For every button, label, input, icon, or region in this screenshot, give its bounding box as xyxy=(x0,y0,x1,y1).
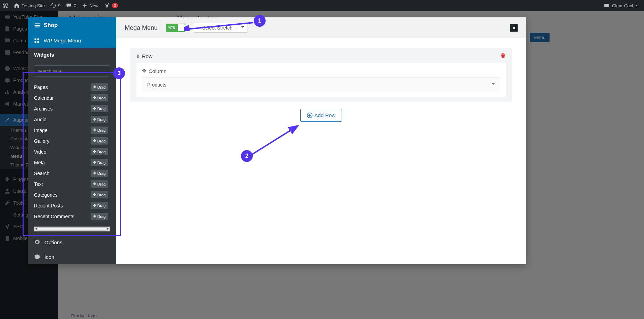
drag-button[interactable]: ✥Drag xyxy=(91,191,108,198)
mega-menu-modal: Shop WP Mega Menu Widgets Pages✥Drag Cal… xyxy=(28,17,526,264)
close-button[interactable]: ✕ xyxy=(510,24,518,32)
shop-header: Shop xyxy=(28,17,116,33)
svg-rect-8 xyxy=(35,41,36,43)
widget-item-calendar: Calendar✥Drag xyxy=(34,92,108,103)
home-icon xyxy=(14,3,19,8)
drag-button[interactable]: ✥Drag xyxy=(91,116,108,123)
drag-button[interactable]: ✥Drag xyxy=(91,148,108,155)
svg-rect-9 xyxy=(37,41,39,43)
tab-wp-mega-menu[interactable]: WP Mega Menu xyxy=(28,33,116,48)
product-widget-row[interactable]: Products xyxy=(142,77,500,92)
yoast-badge: 3 xyxy=(112,3,118,8)
widget-item-video: Video✥Drag xyxy=(34,146,108,157)
column-panel: ✥ Column Products xyxy=(136,63,506,97)
yoast-icon xyxy=(104,3,110,8)
svg-rect-7 xyxy=(37,38,39,40)
svg-rect-0 xyxy=(604,4,609,7)
row-panel: ⇅ Row ✥ Column Products xyxy=(130,48,512,102)
comments-count: 0 xyxy=(74,3,76,8)
stretch-select[interactable]: -- Select Stretch -- xyxy=(194,23,248,33)
widget-item-search: Search✥Drag xyxy=(34,168,108,179)
new-label: New xyxy=(90,3,99,8)
gear-icon xyxy=(34,239,40,245)
drag-button[interactable]: ✥Drag xyxy=(91,159,108,166)
widget-item-meta: Meta✥Drag xyxy=(34,157,108,168)
widget-item-pages: Pages✥Drag xyxy=(34,82,108,92)
annotation-1: 1 xyxy=(254,15,266,27)
drag-button[interactable]: ✥Drag xyxy=(91,180,108,188)
updates-count: 9 xyxy=(58,3,60,8)
plus-icon xyxy=(82,3,87,8)
widgets-heading: Widgets xyxy=(28,48,116,62)
menu-icon xyxy=(34,22,40,28)
widget-item-image: Image✥Drag xyxy=(34,125,108,136)
wp-logo[interactable] xyxy=(0,0,11,11)
widget-item-recent-comments: Recent Comments✥Drag xyxy=(34,211,108,222)
add-row-button[interactable]: Add Row xyxy=(300,109,342,122)
widget-item-archives: Archives✥Drag xyxy=(34,103,108,114)
widget-list[interactable]: Pages✥Drag Calendar✥Drag Archives✥Drag A… xyxy=(34,82,110,225)
drag-button[interactable]: ✥Drag xyxy=(91,94,108,101)
comment-icon xyxy=(66,3,72,8)
widget-item-categories: Categories✥Drag xyxy=(34,189,108,200)
widget-search-input[interactable] xyxy=(34,65,110,77)
caret-down-icon xyxy=(492,83,495,87)
drag-button[interactable]: ✥Drag xyxy=(91,126,108,134)
comments-link[interactable]: 0 xyxy=(63,0,79,11)
site-name-link[interactable]: Testing Site xyxy=(11,0,48,11)
widget-item-audio: Audio✥Drag xyxy=(34,114,108,125)
modal-header: Mega Menu YES -- Select Stretch -- ✕ xyxy=(116,17,526,38)
delete-row-button[interactable] xyxy=(500,53,506,59)
drag-button[interactable]: ✥Drag xyxy=(91,83,108,91)
trash-icon xyxy=(500,53,506,58)
annotation-3: 3 xyxy=(113,67,125,79)
move-icon: ✥ xyxy=(142,68,147,74)
widget-item-gallery: Gallery✥Drag xyxy=(34,136,108,146)
cache-icon xyxy=(604,3,609,8)
row-handle[interactable]: ⇅ Row xyxy=(136,53,152,59)
drag-button[interactable]: ✥Drag xyxy=(91,202,108,209)
toggle-knob xyxy=(178,24,185,31)
column-handle[interactable]: ✥ Column xyxy=(142,68,500,74)
annotation-2: 2 xyxy=(241,150,253,162)
mega-menu-title: Mega Menu xyxy=(125,24,158,32)
drag-button[interactable]: ✥Drag xyxy=(91,105,108,112)
drag-button[interactable]: ✥Drag xyxy=(91,213,108,220)
update-icon xyxy=(50,3,56,8)
drag-button[interactable]: ✥Drag xyxy=(91,137,108,145)
drag-button[interactable]: ✥Drag xyxy=(91,170,108,177)
updates-link[interactable]: 9 xyxy=(48,0,63,11)
mega-menu-toggle[interactable]: YES xyxy=(166,24,185,32)
tab-icon[interactable]: Icon xyxy=(28,250,116,264)
grid-icon xyxy=(34,38,40,43)
tab-options[interactable]: Options xyxy=(28,235,116,250)
new-link[interactable]: New xyxy=(79,0,101,11)
clear-cache-link[interactable]: Clear Cache xyxy=(612,0,637,11)
yoast-link[interactable]: 3 xyxy=(101,0,121,11)
widget-hscroll[interactable] xyxy=(34,227,110,231)
widget-item-text: Text✥Drag xyxy=(34,179,108,189)
cube-icon xyxy=(34,254,40,260)
widget-item-recent-posts: Recent Posts✥Drag xyxy=(34,200,108,211)
sort-icon: ⇅ xyxy=(136,54,140,59)
wordpress-icon xyxy=(3,3,8,8)
plus-circle-icon xyxy=(307,113,312,118)
svg-rect-6 xyxy=(35,38,36,40)
site-name: Testing Site xyxy=(22,3,45,8)
